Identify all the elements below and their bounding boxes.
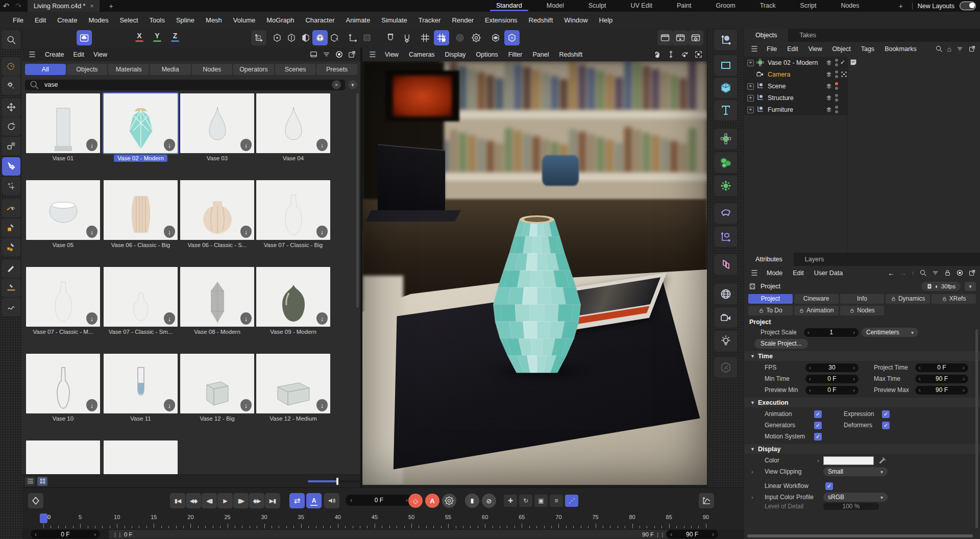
asset-thumbnail[interactable]: ↓: [26, 354, 100, 413]
coordinate-system-button[interactable]: [251, 30, 266, 45]
slider-handle[interactable]: [336, 478, 338, 485]
object-row-scene[interactable]: +Scene: [744, 80, 980, 92]
camera-target-icon[interactable]: [840, 70, 848, 78]
object-row-camera[interactable]: Camera: [744, 68, 980, 80]
view-clipping-dropdown[interactable]: Small▾: [823, 467, 888, 476]
layers-icon[interactable]: [825, 82, 833, 90]
popout-icon[interactable]: [348, 50, 356, 59]
previous-key-button[interactable]: ◀◆: [186, 493, 201, 508]
asset-thumbnail[interactable]: ↓: [256, 93, 330, 153]
list-view-icon[interactable]: [25, 477, 35, 486]
goto-start-button[interactable]: ▮◀: [170, 493, 185, 508]
asset-thumbnail[interactable]: [26, 440, 100, 475]
unit-dropdown[interactable]: Centimeters▾: [862, 328, 918, 337]
forward-icon[interactable]: →: [899, 269, 906, 277]
asset-thumbnail[interactable]: ↓: [180, 93, 254, 153]
asset-thumbnail[interactable]: ↓: [26, 93, 100, 153]
attribute-category-tab-xrefs[interactable]: XRefs: [932, 294, 976, 304]
layout-tab-paint[interactable]: Paint: [665, 0, 704, 12]
rotate-tool[interactable]: [2, 117, 20, 136]
motion-system-checkbox[interactable]: ✓: [814, 433, 822, 440]
autokeying-button[interactable]: A: [425, 494, 439, 508]
viewport-menu-options[interactable]: Options: [471, 51, 503, 58]
transform-tool[interactable]: [2, 157, 20, 176]
menu-character[interactable]: Character: [300, 16, 340, 24]
layout-tab-sculpt[interactable]: Sculpt: [576, 0, 619, 12]
object-manager-tab-objects[interactable]: Objects: [744, 29, 788, 42]
viewport-menu-view[interactable]: View: [380, 51, 404, 58]
project-scale-field[interactable]: ‹1›: [804, 328, 859, 337]
attribute-tab-attributes[interactable]: Attributes: [744, 253, 794, 266]
attribute-category-tab-project[interactable]: Project: [748, 294, 793, 304]
asset-thumbnail[interactable]: [104, 440, 178, 475]
home-icon[interactable]: ⌂: [947, 45, 951, 53]
asset-menu-edit[interactable]: Edit: [69, 51, 89, 58]
expression-checkbox[interactable]: ✓: [882, 410, 890, 418]
record-icon[interactable]: [335, 50, 344, 59]
layers-icon[interactable]: [825, 59, 833, 67]
layout-tab-groom[interactable]: Groom: [703, 0, 747, 12]
axis-lock-z-button[interactable]: Z: [171, 32, 179, 42]
previous-frame-button[interactable]: ◀▮: [202, 493, 217, 508]
viewport-menu-panel[interactable]: Panel: [527, 51, 554, 58]
search-field[interactable]: ×: [25, 80, 345, 90]
spline-smooth-tool[interactable]: [2, 279, 20, 297]
modeling-settings-button[interactable]: [469, 30, 484, 45]
expand-icon[interactable]: +: [747, 83, 754, 90]
project-time-field[interactable]: ‹0 F›: [915, 363, 968, 372]
filter-icon[interactable]: [932, 269, 939, 277]
object-row-vase-02-modern[interactable]: +Vase 02 - Modern✓: [744, 57, 980, 68]
lock-icon[interactable]: [944, 269, 951, 277]
layers-icon[interactable]: [825, 106, 833, 114]
object-menu-view[interactable]: View: [803, 45, 827, 53]
deformer-button[interactable]: [715, 203, 737, 224]
menu-select[interactable]: Select: [114, 16, 143, 24]
expand-icon[interactable]: +: [747, 107, 754, 113]
expand-icon[interactable]: +: [747, 60, 754, 66]
linear-workflow-checkbox[interactable]: ✓: [825, 482, 833, 490]
window-icon[interactable]: [309, 50, 318, 59]
menu-volume[interactable]: Volume: [228, 16, 261, 24]
object-row-furniture[interactable]: +Furniture: [744, 104, 980, 115]
visibility-dots[interactable]: [835, 70, 838, 78]
filter-icon[interactable]: [956, 45, 964, 53]
asset-thumbnail[interactable]: ↓: [180, 180, 254, 240]
axis-lock-y-button[interactable]: Y: [153, 32, 161, 42]
layout-tab-model[interactable]: Model: [534, 0, 576, 12]
menu-extensions[interactable]: Extensions: [479, 16, 523, 24]
input-color-profile-dropdown[interactable]: sRGB▾: [823, 493, 888, 502]
light-object-button[interactable]: [715, 331, 737, 351]
up-icon[interactable]: ↑: [911, 269, 915, 277]
layout-tab-track[interactable]: Track: [748, 0, 788, 12]
record-keyframe-button[interactable]: ◇: [408, 494, 423, 508]
grid-view-icon[interactable]: [37, 477, 47, 486]
layout-tab-script[interactable]: Script: [788, 0, 828, 12]
asset-tab-nodes[interactable]: Nodes: [192, 64, 233, 75]
next-frame-button[interactable]: ▮▶: [233, 493, 249, 508]
attribute-category-tab-to-do[interactable]: To Do: [748, 306, 793, 315]
object-menu-object[interactable]: Object: [827, 45, 856, 53]
menu-simulate[interactable]: Simulate: [376, 16, 413, 24]
lock-workplane-button[interactable]: [434, 30, 449, 45]
popout-icon[interactable]: [968, 269, 976, 277]
deformers-checkbox[interactable]: ✓: [882, 422, 890, 429]
render-settings-play-button[interactable]: [673, 30, 688, 45]
hamburger-icon[interactable]: ☰: [26, 50, 38, 59]
playhead[interactable]: [40, 513, 47, 523]
viewport-solo-button[interactable]: [488, 30, 503, 45]
layout-tab-nodes[interactable]: Nodes: [828, 0, 871, 12]
asset-tab-media[interactable]: Media: [150, 64, 191, 75]
hamburger-icon[interactable]: ☰: [366, 50, 379, 59]
menu-animate[interactable]: Animate: [340, 16, 376, 24]
generators-checkbox[interactable]: ✓: [814, 422, 822, 429]
asset-menu-create[interactable]: Create: [40, 51, 69, 58]
locator-object-button[interactable]: [715, 30, 737, 50]
hamburger-icon[interactable]: ☰: [748, 268, 761, 278]
set-keyframe-button[interactable]: [28, 493, 43, 508]
find-tool[interactable]: [2, 31, 20, 49]
asset-tab-all[interactable]: All: [25, 64, 66, 75]
fps-dropdown-chevron[interactable]: ▾: [965, 282, 976, 291]
scale-project-button[interactable]: Scale Project...: [754, 339, 808, 349]
viewport-menu-display[interactable]: Display: [440, 51, 471, 58]
fps-badge[interactable]: ◐ 30fps: [921, 282, 961, 291]
